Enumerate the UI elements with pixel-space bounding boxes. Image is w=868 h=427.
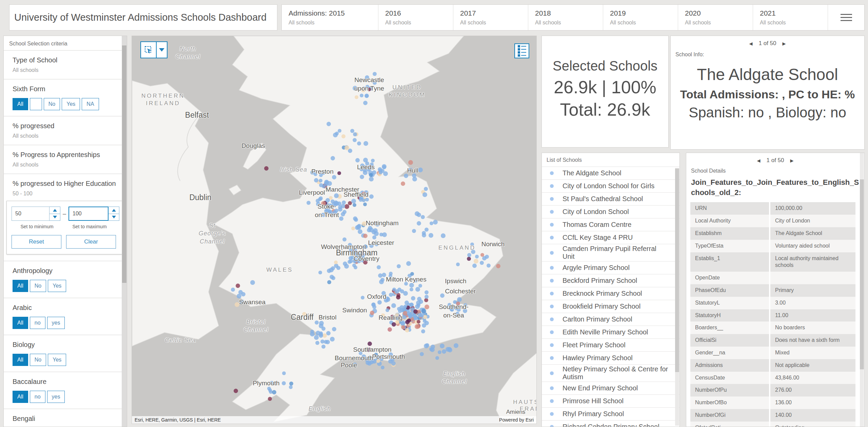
school-dot[interactable]: [386, 308, 389, 312]
list-item[interactable]: Richard Cobden Primary School: [542, 420, 679, 427]
tab-2020[interactable]: 2020All schools: [678, 5, 753, 30]
list-item[interactable]: Hawley Primary School: [542, 351, 679, 364]
school-dot[interactable]: [433, 220, 438, 225]
school-dot[interactable]: [334, 193, 339, 198]
max-increment-button[interactable]: [108, 207, 119, 214]
school-dot[interactable]: [418, 168, 423, 172]
school-dot[interactable]: [372, 235, 376, 239]
school-dot[interactable]: [456, 263, 460, 266]
school-dot[interactable]: [365, 75, 369, 80]
school-dot[interactable]: [409, 283, 414, 288]
school-dot[interactable]: [363, 141, 368, 146]
school-dot[interactable]: [321, 327, 326, 331]
school-dot[interactable]: [412, 229, 416, 233]
max-decrement-button[interactable]: [108, 214, 119, 221]
school-dot[interactable]: [319, 179, 322, 182]
school-dot[interactable]: [470, 242, 474, 246]
toggle-option-yes[interactable]: yes: [47, 391, 65, 403]
school-dot[interactable]: [326, 331, 331, 335]
school-dot[interactable]: [368, 355, 372, 360]
school-dot[interactable]: [392, 322, 396, 327]
school-dot[interactable]: [411, 296, 415, 300]
school-dot[interactable]: [369, 194, 374, 199]
school-dot[interactable]: [282, 381, 286, 385]
school-dot[interactable]: [353, 363, 357, 367]
legend-button[interactable]: [514, 43, 529, 58]
school-dot[interactable]: [471, 250, 475, 254]
toggle-option-all[interactable]: All: [13, 317, 28, 329]
school-dot[interactable]: [496, 264, 500, 268]
school-dot[interactable]: [480, 261, 484, 265]
clear-button[interactable]: Clear: [66, 235, 116, 249]
tab-2017[interactable]: 2017All schools: [453, 5, 528, 30]
school-dot[interactable]: [348, 243, 352, 247]
school-dot[interactable]: [373, 72, 377, 76]
school-dot[interactable]: [240, 299, 244, 304]
school-dot[interactable]: [334, 209, 338, 213]
school-dot[interactable]: [425, 295, 429, 299]
school-dot[interactable]: [381, 313, 385, 318]
school-dot[interactable]: [438, 350, 441, 354]
school-dot[interactable]: [370, 162, 374, 166]
school-dot[interactable]: [334, 202, 337, 206]
school-dot[interactable]: [403, 305, 407, 308]
school-dot[interactable]: [361, 88, 366, 92]
school-dot[interactable]: [270, 381, 274, 385]
school-dot[interactable]: [282, 371, 286, 375]
school-dot[interactable]: [463, 303, 467, 307]
school-dot[interactable]: [412, 177, 417, 181]
map-panel[interactable]: North ChannelUNITED KINGDOMNORTHERN IREL…: [132, 36, 537, 424]
school-dot[interactable]: [359, 195, 363, 200]
school-dot[interactable]: [333, 133, 338, 137]
tab-2019[interactable]: 2019All schools: [603, 5, 678, 30]
school-dot[interactable]: [401, 325, 405, 329]
list-item[interactable]: Primrose Hill School: [542, 394, 679, 407]
tab-2018[interactable]: 2018All schools: [528, 5, 603, 30]
school-dot[interactable]: [406, 261, 411, 266]
school-dot[interactable]: [429, 233, 433, 238]
school-dot[interactable]: [235, 302, 239, 307]
toggle-option-na[interactable]: NA: [82, 98, 99, 110]
toggle-option-all[interactable]: All: [13, 280, 28, 292]
school-dot[interactable]: [389, 274, 392, 278]
school-dot[interactable]: [360, 94, 363, 97]
school-dot[interactable]: [369, 177, 374, 181]
school-dot[interactable]: [289, 385, 293, 389]
toggle-option-no[interactable]: no: [30, 391, 45, 403]
school-dot[interactable]: [328, 210, 332, 214]
toggle-option-yes[interactable]: Yes: [48, 354, 66, 366]
list-item[interactable]: Carlton Primary School: [542, 313, 679, 326]
school-dot[interactable]: [272, 390, 276, 394]
school-dot[interactable]: [354, 252, 359, 256]
school-dot[interactable]: [375, 222, 380, 227]
school-dot[interactable]: [401, 181, 405, 186]
school-dot[interactable]: [338, 129, 341, 133]
max-value-input[interactable]: [68, 207, 108, 221]
school-dot[interactable]: [355, 95, 358, 99]
school-dot[interactable]: [425, 290, 429, 294]
school-dot[interactable]: [467, 257, 471, 261]
school-dot[interactable]: [424, 187, 428, 191]
toggle-option-yes[interactable]: yes: [47, 317, 65, 329]
school-dot[interactable]: [420, 352, 424, 356]
tab-admissions-2015[interactable]: Admissions: 2015All schools: [282, 5, 378, 30]
school-dot[interactable]: [342, 210, 347, 214]
school-dot[interactable]: [341, 134, 346, 138]
school-dot[interactable]: [416, 324, 420, 329]
school-dot[interactable]: [353, 203, 356, 207]
school-dot[interactable]: [342, 237, 347, 241]
school-dot[interactable]: [415, 287, 420, 292]
school-dot[interactable]: [454, 343, 458, 348]
school-dot[interactable]: [467, 253, 471, 257]
school-dot[interactable]: [319, 183, 323, 187]
school-dot[interactable]: [398, 309, 402, 313]
toggle-option-yes[interactable]: Yes: [62, 98, 80, 110]
school-dot[interactable]: [405, 320, 410, 324]
school-dot[interactable]: [404, 282, 408, 286]
school-dot[interactable]: [326, 340, 330, 344]
school-dot[interactable]: [408, 160, 413, 165]
list-scrollbar[interactable]: [675, 168, 679, 426]
school-dot[interactable]: [371, 303, 376, 307]
list-item[interactable]: Brookfield Primary School: [542, 300, 679, 313]
school-dot[interactable]: [354, 266, 357, 269]
